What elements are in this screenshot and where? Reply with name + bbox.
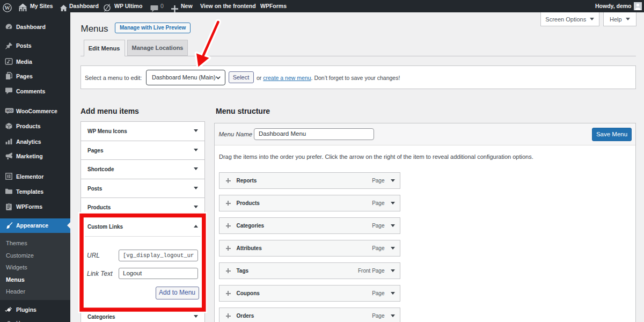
svg-text:W: W	[4, 5, 10, 11]
svg-text:WOO: WOO	[6, 109, 13, 112]
